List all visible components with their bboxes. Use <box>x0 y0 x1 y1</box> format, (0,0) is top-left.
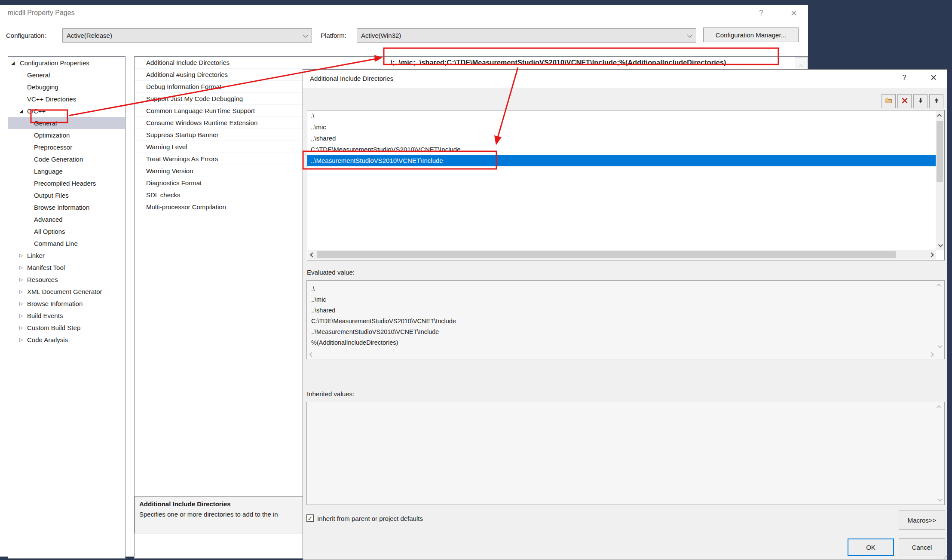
tree-item-label: Advanced <box>34 216 63 223</box>
tree-item-label: Manifest Tool <box>27 264 65 271</box>
tree-item-label: Debugging <box>27 83 58 91</box>
macros-button[interactable]: Macros>> <box>899 511 945 529</box>
scroll-left-icon[interactable] <box>309 250 316 260</box>
expander-collapsed-icon[interactable]: ▷ <box>19 253 23 258</box>
tree-item-label: Language <box>34 168 63 175</box>
dialog-help-icon[interactable]: ? <box>899 73 910 84</box>
move-up-button[interactable] <box>929 94 943 108</box>
tree-item-language[interactable]: Language <box>8 165 125 177</box>
tree-item-output-files[interactable]: Output Files <box>8 189 125 201</box>
scroll-up-icon[interactable] <box>936 112 944 119</box>
platform-dropdown-value: Active(Win32) <box>361 32 401 39</box>
inherit-defaults-checkbox[interactable]: ✓ <box>306 514 314 522</box>
scrollbar-thumb[interactable] <box>317 251 896 258</box>
scroll-right-icon[interactable] <box>928 250 935 260</box>
chevron-down-icon <box>303 32 309 38</box>
directories-list: .\..\mic..\sharedC:\TDE\MeasurementStudi… <box>307 110 944 166</box>
expander-expanded-icon[interactable]: ◢ <box>11 61 15 65</box>
scroll-down-icon <box>936 343 943 349</box>
evaluated-line: .\ <box>311 284 940 294</box>
delete-line-button[interactable] <box>897 94 912 108</box>
move-down-button[interactable] <box>913 94 928 108</box>
tree-item-browse-information[interactable]: Browse Information <box>8 201 125 213</box>
tree-item-manifest-tool[interactable]: ▷Manifest Tool <box>8 261 125 273</box>
list-horizontal-scrollbar[interactable] <box>308 250 936 260</box>
evaluated-value-label: Evaluated value: <box>307 269 355 276</box>
scroll-left-icon <box>308 352 315 358</box>
cancel-button[interactable]: Cancel <box>899 539 945 556</box>
tree-item-precompiled-headers[interactable]: Precompiled Headers <box>8 177 125 189</box>
directories-listbox[interactable]: .\..\mic..\sharedC:\TDE\MeasurementStudi… <box>307 110 945 260</box>
expander-expanded-icon[interactable]: ◢ <box>19 109 23 113</box>
tree-item-label: Browse Information <box>34 204 89 211</box>
expander-collapsed-icon[interactable]: ▷ <box>19 301 23 306</box>
configuration-manager-button[interactable]: Configuration Manager... <box>703 28 799 42</box>
property-row-additional-include-directories[interactable]: Additional Include Directories <box>135 57 382 69</box>
tree-item-advanced[interactable]: Advanced <box>8 213 125 225</box>
expander-collapsed-icon[interactable]: ▷ <box>19 277 23 282</box>
tree-item-label: Configuration Properties <box>20 59 89 67</box>
close-icon[interactable]: × <box>787 6 801 20</box>
inherited-values-box[interactable] <box>306 402 945 505</box>
tree-item-debugging[interactable]: Debugging <box>8 81 125 93</box>
tree-item-code-analysis[interactable]: ▷Code Analysis <box>8 334 125 346</box>
tree-item-vc-directories[interactable]: VC++ Directories <box>8 93 125 105</box>
tree-item-label: Command Line <box>34 240 78 247</box>
window-titlebar[interactable]: micdll Property Pages <box>0 5 808 21</box>
scroll-right-icon <box>928 352 935 358</box>
tree-item-c-c-[interactable]: ◢C/C++ <box>8 105 125 117</box>
expander-collapsed-icon[interactable]: ▷ <box>19 289 23 294</box>
new-line-button[interactable] <box>882 94 896 108</box>
tree-item-label: Code Analysis <box>27 336 68 343</box>
scroll-down-icon <box>936 497 943 503</box>
expander-collapsed-icon[interactable]: ▷ <box>19 313 23 318</box>
directory-item[interactable]: .\ <box>307 110 944 122</box>
expander-collapsed-icon[interactable]: ▷ <box>19 337 23 342</box>
tree-item-resources[interactable]: ▷Resources <box>8 273 125 285</box>
list-vertical-scrollbar[interactable] <box>936 111 944 250</box>
directory-item[interactable]: C:\TDE\MeasurementStudioVS2010\VCNET\Inc… <box>307 144 944 155</box>
expander-collapsed-icon[interactable]: ▷ <box>19 265 23 270</box>
ok-button[interactable]: OK <box>848 539 894 556</box>
tree-item-command-line[interactable]: Command Line <box>8 237 125 249</box>
configuration-dropdown[interactable]: Active(Release) <box>62 28 312 43</box>
scrollbar-thumb[interactable] <box>937 121 943 182</box>
tree-item-label: General <box>27 71 50 79</box>
tree-item-label: All Options <box>34 228 65 235</box>
configuration-dropdown-value: Active(Release) <box>67 32 112 39</box>
directory-item[interactable]: ..\mic <box>307 122 944 133</box>
delete-x-icon <box>901 97 908 105</box>
tree-item-code-generation[interactable]: Code Generation <box>8 153 125 165</box>
expander-collapsed-icon[interactable]: ▷ <box>19 325 23 330</box>
additional-include-directories-value[interactable]: .\;..\mic;..\shared;C:\TDE\MeasurementSt… <box>383 57 800 68</box>
tree-item-label: Custom Build Step <box>27 324 80 331</box>
tree-item-all-options[interactable]: All Options <box>8 225 125 237</box>
evaluated-line: ..\MeasurementStudioVS2010\VCNET\Include <box>311 327 940 337</box>
tree-item-custom-build-step[interactable]: ▷Custom Build Step <box>8 321 125 334</box>
tree-item-optimization[interactable]: Optimization <box>8 129 125 141</box>
help-icon[interactable]: ? <box>755 9 768 20</box>
tree-item-label: C/C++ <box>27 107 46 115</box>
desktop: { "window": { "title": "micdll Property … <box>0 0 952 560</box>
tree-item-xml-document-generator[interactable]: ▷XML Document Generator <box>8 285 125 297</box>
dialog-title: Additional Include Directories <box>310 75 393 82</box>
tree-item-label: Output Files <box>34 192 69 199</box>
tree-item-general[interactable]: General <box>8 69 125 81</box>
tree-item-label: Build Events <box>27 312 63 319</box>
tree-item-browse-information[interactable]: ▷Browse Information <box>8 297 125 309</box>
directory-item-selected[interactable]: ..\MeasurementStudioVS2010\VCNET\Include <box>307 155 936 166</box>
tree-item-label: Code Generation <box>34 156 83 163</box>
tree-item-build-events[interactable]: ▷Build Events <box>8 309 125 321</box>
dialog-titlebar[interactable]: Additional Include Directories <box>303 70 947 88</box>
tree-item-general[interactable]: General <box>8 117 125 129</box>
directory-item[interactable]: ..\shared <box>307 133 944 144</box>
dialog-close-icon[interactable]: × <box>927 71 940 84</box>
tree-item-preprocessor[interactable]: Preprocessor <box>8 141 125 153</box>
tree-item-label: VC++ Directories <box>27 95 76 103</box>
tree-item-linker[interactable]: ▷Linker <box>8 249 125 261</box>
evaluated-value-box[interactable]: .\..\mic..\sharedC:\TDE\MeasurementStudi… <box>306 280 945 359</box>
platform-dropdown[interactable]: Active(Win32) <box>357 28 696 43</box>
tree-item-configuration-properties[interactable]: ◢Configuration Properties <box>8 57 125 69</box>
tree-item-label: XML Document Generator <box>27 288 102 295</box>
scroll-down-icon[interactable] <box>936 242 944 249</box>
